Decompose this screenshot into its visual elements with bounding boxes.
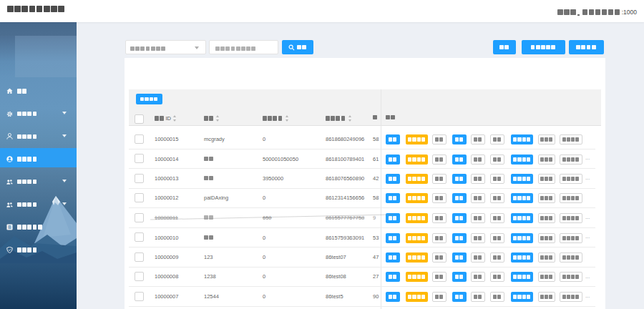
svg-text:B: B (8, 225, 11, 230)
